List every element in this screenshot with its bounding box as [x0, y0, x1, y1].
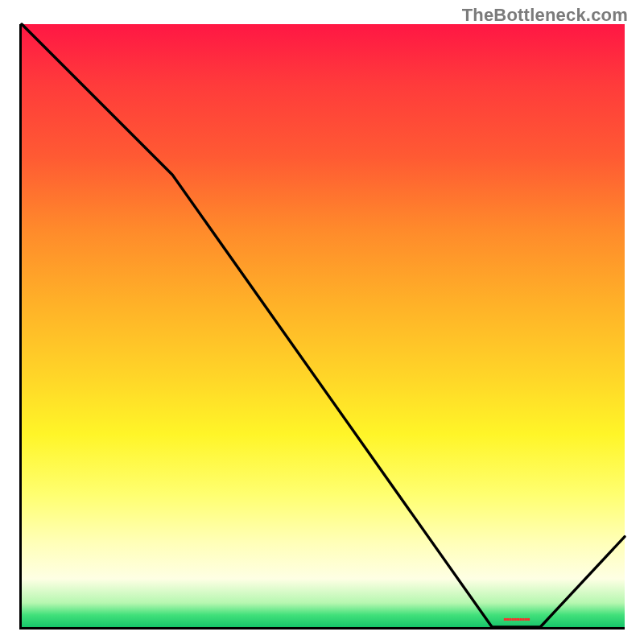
plot-frame: ▪▪▪▪▪▪▪▪▪▪: [19, 24, 625, 630]
plot-svg: [22, 24, 625, 627]
bottleneck-marker: ▪▪▪▪▪▪▪▪▪▪: [503, 613, 530, 625]
attribution-text: TheBottleneck.com: [462, 5, 628, 26]
series-curve: [22, 24, 625, 627]
chart-stage: TheBottleneck.com ▪▪▪▪▪▪▪▪▪▪: [0, 0, 644, 644]
